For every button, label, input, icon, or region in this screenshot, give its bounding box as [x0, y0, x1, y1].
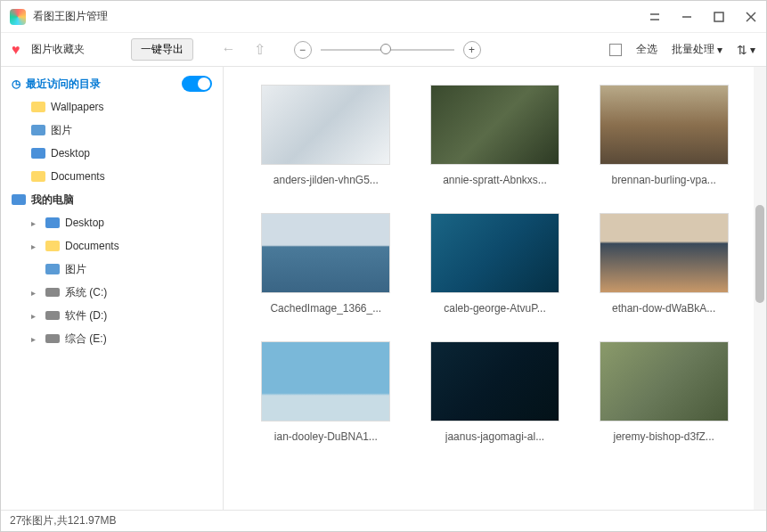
zoom-out-button[interactable]: − [294, 41, 312, 59]
statusbar: 27张图片,共121.97MB [1, 510, 766, 531]
favorites-label[interactable]: 图片收藏夹 [31, 42, 85, 57]
thumbnail-label: jaanus-jagomagi-al... [445, 430, 544, 443]
monitor-icon [12, 194, 26, 205]
expand-icon[interactable]: ▸ [31, 241, 40, 251]
select-all-checkbox[interactable] [609, 44, 622, 56]
tree-item-label: Desktop [65, 217, 104, 229]
tree-item-label: 综合 (E:) [65, 331, 107, 347]
thumbnail-image [261, 213, 390, 293]
expand-icon[interactable]: ▸ [31, 311, 40, 321]
recent-label: 最近访问的目录 [26, 77, 101, 92]
content-area: anders-jilden-vhnG5...annie-spratt-Abnkx… [224, 67, 766, 510]
thumbnail-item[interactable]: jaanus-jagomagi-al... [420, 341, 571, 443]
thumbnail-item[interactable]: brennan-burling-vpa... [588, 85, 739, 186]
sidebar-item-desktop[interactable]: Desktop [1, 142, 223, 165]
sidebar-item-label: Desktop [51, 147, 90, 160]
up-icon[interactable]: ⇧ [254, 41, 265, 58]
disk-icon [45, 311, 60, 320]
tree-item--e-[interactable]: ▸综合 (E:) [1, 327, 223, 350]
zoom-slider[interactable] [321, 49, 454, 51]
sidebar-item-图片[interactable]: 图片 [1, 119, 223, 142]
thumbnail-label: brennan-burling-vpa... [611, 174, 715, 186]
maximize-icon[interactable] [713, 11, 725, 23]
disk-icon [45, 288, 60, 297]
back-icon[interactable]: ← [222, 41, 236, 58]
thumbnail-image [430, 85, 559, 165]
slider-thumb[interactable] [380, 44, 391, 54]
thumbnail-item[interactable]: annie-spratt-Abnkxs... [420, 85, 571, 186]
disk-icon [45, 334, 60, 343]
thumbnail-label: CachedImage_1366_... [270, 302, 381, 315]
minimize-icon[interactable] [681, 11, 693, 23]
my-computer-label: 我的电脑 [31, 192, 74, 208]
tree-item-documents[interactable]: ▸Documents [1, 234, 223, 258]
scroll-thumb[interactable] [755, 205, 764, 303]
tree-item-label: 软件 (D:) [65, 308, 107, 323]
sidebar-item-documents[interactable]: Documents [1, 165, 223, 188]
thumbnail-label: annie-spratt-Abnkxs... [443, 174, 547, 186]
sidebar-item-label: Documents [51, 170, 105, 183]
batch-dropdown[interactable]: 批量处理 ▾ [672, 42, 722, 57]
thumbnail-image [600, 85, 729, 165]
thumbnail-image [261, 85, 390, 165]
close-icon[interactable] [745, 11, 757, 23]
window-title: 看图王图片管理 [33, 9, 649, 24]
tree-item--[interactable]: 图片 [1, 258, 223, 281]
folder-icon [45, 241, 60, 251]
tree-item-label: 系统 (C:) [65, 285, 107, 300]
thumbnail-image [600, 213, 729, 293]
main: ◷ 最近访问的目录 Wallpapers图片DesktopDocuments 我… [1, 67, 766, 510]
titlebar: 看图王图片管理 [1, 1, 766, 33]
batch-label: 批量处理 [672, 42, 714, 57]
thumbnail-image [261, 341, 390, 422]
menu-icon[interactable] [649, 11, 661, 23]
monitor-icon [31, 148, 45, 159]
sidebar-item-wallpapers[interactable]: Wallpapers [1, 95, 223, 119]
heart-icon[interactable]: ♥ [12, 42, 20, 58]
thumbnail-grid: anders-jilden-vhnG5...annie-spratt-Abnkx… [233, 85, 757, 443]
status-text: 27张图片,共121.97MB [10, 513, 116, 528]
zoom-in-button[interactable]: + [463, 41, 481, 59]
recent-toggle[interactable] [182, 76, 212, 92]
thumbnail-label: ethan-dow-dWaBkA... [612, 302, 715, 315]
expand-icon[interactable]: ▸ [31, 218, 40, 228]
tree-item-desktop[interactable]: ▸Desktop [1, 211, 223, 234]
select-all-label[interactable]: 全选 [636, 42, 657, 57]
svg-rect-3 [714, 12, 723, 21]
app-icon [10, 9, 26, 25]
thumbnail-image [430, 213, 559, 293]
thumbnail-label: ian-dooley-DuBNA1... [274, 430, 378, 443]
sidebar-item-label: Wallpapers [51, 101, 104, 113]
scrollbar[interactable] [754, 67, 766, 510]
tree-item-label: 图片 [65, 262, 86, 277]
sort-icon: ⇅ [737, 43, 747, 57]
zoom-controls: − + [294, 41, 481, 59]
expand-icon[interactable]: ▸ [31, 288, 40, 298]
tree-item--c-[interactable]: ▸系统 (C:) [1, 281, 223, 304]
chevron-down-icon: ▾ [750, 44, 755, 56]
expand-icon[interactable]: ▸ [31, 334, 40, 344]
sidebar: ◷ 最近访问的目录 Wallpapers图片DesktopDocuments 我… [1, 67, 224, 510]
sidebar-my-computer[interactable]: 我的电脑 [1, 188, 223, 211]
tree-item-label: Documents [65, 240, 119, 252]
chevron-down-icon: ▾ [717, 44, 722, 56]
thumbnail-label: anders-jilden-vhnG5... [273, 174, 379, 186]
thumbnail-item[interactable]: CachedImage_1366_... [250, 213, 402, 315]
thumbnail-item[interactable]: caleb-george-AtvuP... [420, 213, 571, 315]
folder-icon [31, 102, 45, 112]
thumbnail-item[interactable]: ian-dooley-DuBNA1... [250, 341, 402, 443]
tree-item--d-[interactable]: ▸软件 (D:) [1, 304, 223, 327]
thumbnail-item[interactable]: ethan-dow-dWaBkA... [588, 213, 739, 315]
thumbnail-item[interactable]: jeremy-bishop-d3fZ... [588, 341, 739, 443]
toolbar-right: 全选 批量处理 ▾ ⇅ ▾ [609, 42, 755, 57]
toolbar: ♥ 图片收藏夹 一键导出 ← ⇧ − + 全选 批量处理 ▾ ⇅ ▾ [1, 33, 766, 67]
nav-arrows: ← ⇧ [222, 41, 265, 58]
sidebar-recent-header[interactable]: ◷ 最近访问的目录 [1, 72, 223, 95]
thumbnail-label: caleb-george-AtvuP... [444, 302, 546, 315]
export-button[interactable]: 一键导出 [131, 38, 193, 61]
sidebar-item-label: 图片 [51, 123, 72, 138]
sort-dropdown[interactable]: ⇅ ▾ [737, 43, 755, 57]
thumbnail-image [430, 341, 559, 422]
img-icon [31, 125, 45, 135]
thumbnail-item[interactable]: anders-jilden-vhnG5... [250, 85, 402, 186]
